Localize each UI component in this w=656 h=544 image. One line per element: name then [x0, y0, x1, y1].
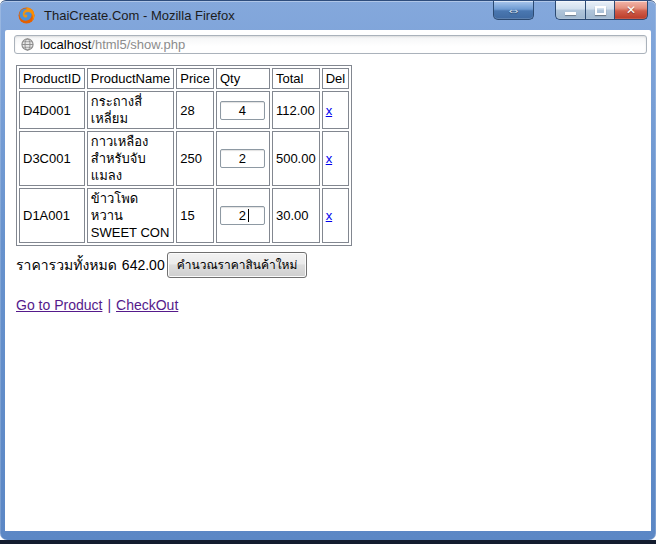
table-header-row: ProductID ProductName Price Qty Total De…: [19, 68, 349, 89]
table-row: D1A001 ข้าวโพดหวาน SWEET CON 15 30.00 x: [19, 188, 349, 243]
column-header-total: Total: [272, 68, 320, 89]
navigation-bar: localhost/html5/show.php: [5, 30, 651, 58]
column-header-del: Del: [322, 68, 350, 89]
del-cell: x: [322, 188, 350, 243]
total-label: ราคารวมทั้งหมด: [16, 254, 117, 276]
qty-cell: [216, 131, 270, 186]
column-header-qty: Qty: [216, 68, 270, 89]
price-cell: 15: [176, 188, 214, 243]
checkout-link[interactable]: CheckOut: [116, 297, 178, 313]
close-icon: ✕: [626, 3, 636, 17]
summary-row: ราคารวมทั้งหมด 642.00 คำนวณราคาสินค้าใหม…: [16, 252, 645, 278]
recalculate-button[interactable]: คำนวณราคาสินค้าใหม่: [167, 252, 308, 278]
total-cell: 500.00: [272, 131, 320, 186]
qty-input[interactable]: [220, 149, 265, 168]
column-header-productname: ProductName: [87, 68, 174, 89]
double-arrow-icon: ⇔: [507, 2, 521, 18]
delete-link[interactable]: x: [326, 208, 333, 223]
total-cell: 112.00: [272, 91, 320, 129]
table-row: D4D001 กระถางสี่ เหลี่ยม 28 112.00 x: [19, 91, 349, 129]
product-id-cell: D3C001: [19, 131, 85, 186]
page-links: Go to Product|CheckOut: [16, 297, 645, 313]
del-cell: x: [322, 91, 350, 129]
column-header-productid: ProductID: [19, 68, 85, 89]
cart-table: ProductID ProductName Price Qty Total De…: [16, 65, 352, 246]
price-cell: 28: [176, 91, 214, 129]
delete-link[interactable]: x: [326, 151, 333, 166]
qty-input[interactable]: [220, 206, 265, 225]
url-path: /html5/show.php: [91, 37, 185, 52]
price-cell: 250: [176, 131, 214, 186]
maximize-icon: [595, 6, 606, 15]
window-title: ThaiCreate.Com - Mozilla Firefox: [44, 8, 235, 23]
qty-cell: [216, 91, 270, 129]
maximize-button[interactable]: [585, 1, 615, 20]
minimize-icon: [565, 12, 576, 15]
desktop-edge: [0, 540, 656, 544]
minimize-button[interactable]: [555, 1, 585, 20]
go-to-product-link[interactable]: Go to Product: [16, 297, 102, 313]
globe-icon: [21, 38, 34, 51]
delete-link[interactable]: x: [326, 103, 333, 118]
total-value: 642.00: [122, 257, 165, 273]
qty-cell: [216, 188, 270, 243]
product-name-cell: กระถางสี่ เหลี่ยม: [87, 91, 174, 129]
url-domain: localhost: [40, 37, 91, 52]
window-controls: ⇔ ✕: [493, 1, 648, 20]
address-bar[interactable]: localhost/html5/show.php: [14, 35, 647, 54]
link-separator: |: [107, 297, 111, 313]
text-caret: [248, 209, 249, 222]
url-text: localhost/html5/show.php: [40, 37, 185, 52]
product-name-cell: กาวเหลือง สำหรับจับ แมลง: [87, 131, 174, 186]
product-id-cell: D4D001: [19, 91, 85, 129]
page-content: ProductID ProductName Price Qty Total De…: [5, 58, 651, 531]
table-row: D3C001 กาวเหลือง สำหรับจับ แมลง 250 500.…: [19, 131, 349, 186]
cart-body: D4D001 กระถางสี่ เหลี่ยม 28 112.00 x D3C…: [19, 91, 349, 243]
qty-input[interactable]: [220, 101, 265, 120]
column-header-price: Price: [176, 68, 214, 89]
close-button[interactable]: ✕: [615, 1, 648, 20]
browser-window: ThaiCreate.Com - Mozilla Firefox ⇔ ✕: [0, 0, 656, 540]
total-cell: 30.00: [272, 188, 320, 243]
titlebar[interactable]: ThaiCreate.Com - Mozilla Firefox ⇔ ✕: [5, 1, 651, 30]
product-name-cell: ข้าวโพดหวาน SWEET CON: [87, 188, 174, 243]
restore-tabs-button[interactable]: ⇔: [493, 1, 534, 20]
del-cell: x: [322, 131, 350, 186]
product-id-cell: D1A001: [19, 188, 85, 243]
firefox-icon: [18, 7, 35, 24]
